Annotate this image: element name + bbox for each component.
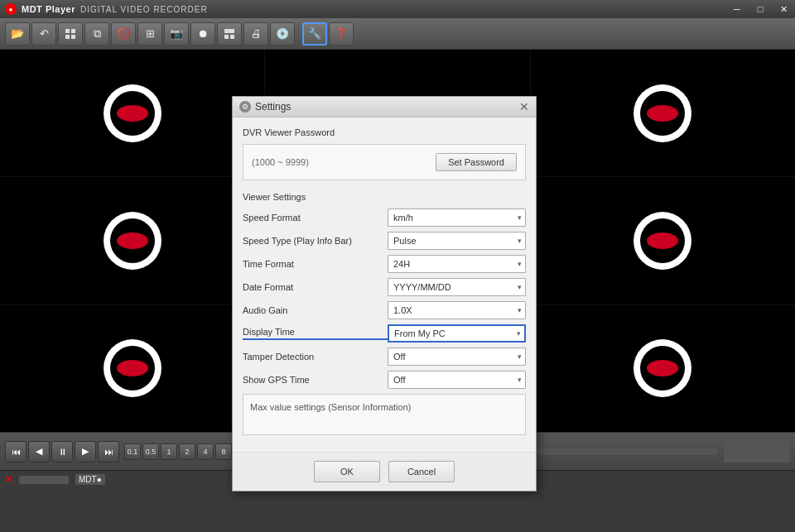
display-time-arrow: ▾ — [517, 329, 521, 338]
copy-button[interactable]: ⧉ — [84, 22, 109, 46]
show-gps-time-dropdown[interactable]: Off ▾ — [388, 371, 526, 389]
back-button[interactable]: ↶ — [31, 22, 56, 46]
viewer-settings-label: Viewer Settings — [243, 192, 526, 202]
date-format-value: YYYY/MM/DD — [393, 282, 451, 292]
settings-dialog[interactable]: ⚙ Settings ✕ DVR Viewer Password (1000 ~… — [232, 96, 537, 491]
speed-type-row: Speed Type (Play Info Bar) Pulse ▾ — [243, 232, 526, 250]
speed-type-dropdown[interactable]: Pulse ▾ — [388, 232, 526, 250]
record-button[interactable]: ⏺ — [190, 22, 215, 46]
display-time-row: Display Time From My PC ▾ — [243, 324, 526, 343]
speed-1-button[interactable]: 1 — [161, 443, 177, 460]
mdt-logo-9 — [634, 339, 691, 397]
minimize-button[interactable]: ─ — [725, 0, 749, 18]
date-format-label: Date Format — [243, 282, 388, 292]
time-format-dropdown[interactable]: 24H ▾ — [388, 255, 526, 273]
svg-rect-4 — [224, 29, 234, 33]
mdt-logo-3 — [634, 84, 691, 142]
max-value-label: Max value settings (Sensor Information) — [250, 402, 411, 412]
speed-format-row: Speed Format km/h ▾ — [243, 208, 526, 227]
title-bar: ● MDT Player DIGITAL VIDEO RECORDER ─ □ … — [0, 0, 795, 18]
show-gps-time-arrow: ▾ — [518, 376, 522, 384]
speed-8-button[interactable]: 8 — [215, 443, 232, 460]
svg-rect-1 — [71, 29, 75, 33]
show-gps-time-label: Show GPS Time — [243, 375, 388, 385]
date-format-dropdown[interactable]: YYYY/MM/DD ▾ — [388, 278, 526, 296]
dialog-body: DVR Viewer Password (1000 ~ 9999) Set Pa… — [233, 117, 536, 452]
audio-gain-dropdown[interactable]: 1.0X ▾ — [388, 301, 526, 319]
display-time-label: Display Time — [243, 327, 388, 340]
audio-gain-arrow: ▾ — [518, 306, 522, 314]
video-cell-9 — [531, 305, 795, 432]
viewer-settings-section: Viewer Settings Speed Format km/h ▾ Spee… — [243, 192, 526, 435]
toolbar-separator — [298, 24, 299, 44]
dialog-close-button[interactable]: ✕ — [519, 101, 529, 113]
show-gps-time-value: Off — [393, 375, 405, 385]
ok-button[interactable]: OK — [314, 461, 380, 482]
dialog-icon: ⚙ — [239, 101, 251, 113]
dialog-titlebar: ⚙ Settings ✕ — [233, 97, 536, 117]
dialog-footer: OK Cancel — [233, 452, 536, 491]
status-x: ✕ — [5, 474, 12, 485]
tamper-detection-dropdown[interactable]: Off ▾ — [388, 347, 526, 366]
toolbar: 📂 ↶ ⧉ 🚫 ⊞ 📷 ⏺ 🖨 💿 🔧 ❓ — [0, 18, 795, 50]
play-button[interactable]: ▶ — [75, 441, 96, 463]
window-controls: ─ □ ✕ — [725, 0, 795, 18]
x-indicator: ✕ — [5, 474, 12, 485]
time-format-value: 24H — [393, 259, 410, 269]
video-cell-6 — [531, 177, 795, 304]
time-format-arrow: ▾ — [518, 260, 522, 268]
show-gps-time-row: Show GPS Time Off ▾ — [243, 371, 526, 389]
speed-05-button[interactable]: 0.5 — [142, 443, 159, 460]
tamper-detection-value: Off — [393, 352, 405, 362]
rewind-button[interactable]: ◀ — [28, 441, 50, 463]
speed-4-button[interactable]: 4 — [197, 443, 214, 460]
disc-button[interactable]: 💿 — [270, 22, 295, 46]
dialog-title: ⚙ Settings — [239, 101, 291, 113]
skip-back-button[interactable]: ⏮ — [5, 441, 26, 463]
maximize-button[interactable]: □ — [749, 0, 772, 18]
password-range: (1000 ~ 9999) — [252, 157, 429, 167]
speed-01-button[interactable]: 0.1 — [124, 443, 141, 460]
speed-type-value: Pulse — [393, 236, 417, 246]
status-slider[interactable] — [19, 476, 69, 484]
grid2-button[interactable] — [217, 22, 242, 46]
speed-type-label: Speed Type (Play Info Bar) — [243, 236, 388, 246]
mdt-logo-1 — [104, 84, 161, 142]
password-section: (1000 ~ 9999) Set Password — [243, 144, 526, 180]
app-title: MDT Player — [22, 4, 75, 14]
multi-button[interactable]: ⊞ — [137, 22, 162, 46]
mdt-logo-4 — [104, 212, 161, 270]
speed-type-arrow: ▾ — [518, 237, 522, 245]
speed-format-dropdown[interactable]: km/h ▾ — [388, 208, 526, 227]
audio-gain-row: Audio Gain 1.0X ▾ — [243, 301, 526, 319]
date-format-arrow: ▾ — [518, 283, 522, 291]
settings-button[interactable]: 🔧 — [302, 22, 327, 46]
main-video-area: ⚙ Settings ✕ DVR Viewer Password (1000 ~… — [0, 50, 795, 432]
no-button[interactable]: 🚫 — [111, 22, 136, 46]
speed-format-label: Speed Format — [243, 213, 388, 223]
open-button[interactable]: 📂 — [5, 22, 30, 46]
time-format-label: Time Format — [243, 259, 388, 269]
tamper-detection-arrow: ▾ — [518, 352, 522, 361]
grid-button[interactable] — [58, 22, 83, 46]
speed-2-button[interactable]: 2 — [179, 443, 195, 460]
camera-button[interactable]: 📷 — [164, 22, 189, 46]
print-button[interactable]: 🖨 — [243, 22, 268, 46]
display-time-dropdown[interactable]: From My PC ▾ — [388, 324, 526, 343]
tamper-detection-label: Tamper Detection — [243, 352, 388, 362]
pause-button[interactable]: ⏸ — [51, 441, 73, 463]
display-time-value: From My PC — [394, 328, 446, 338]
set-password-button[interactable]: Set Password — [436, 153, 517, 171]
audio-gain-label: Audio Gain — [243, 305, 388, 315]
close-button[interactable]: ✕ — [772, 0, 795, 18]
date-format-row: Date Format YYYY/MM/DD ▾ — [243, 278, 526, 296]
svg-rect-2 — [65, 35, 70, 39]
skip-forward-button[interactable]: ⏭ — [98, 441, 119, 463]
svg-rect-6 — [230, 35, 234, 39]
mdt-label: MDT● — [75, 474, 105, 485]
time-format-row: Time Format 24H ▾ — [243, 255, 526, 273]
help-button[interactable]: ❓ — [329, 22, 354, 46]
video-cell-3 — [531, 50, 795, 176]
cancel-button[interactable]: Cancel — [388, 461, 455, 482]
mdt-badge: MDT● — [75, 474, 105, 485]
